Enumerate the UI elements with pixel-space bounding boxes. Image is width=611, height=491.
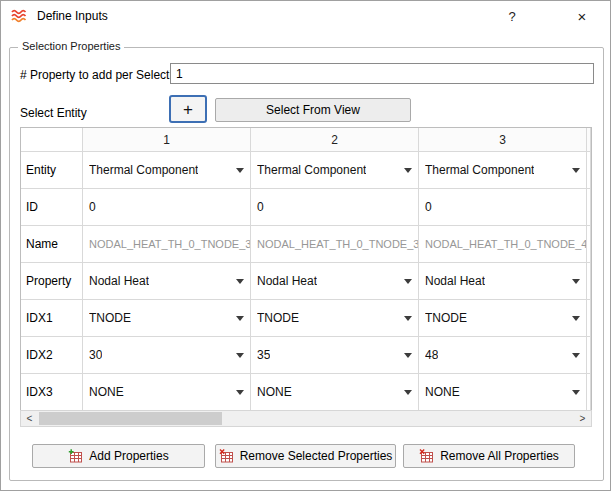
idx2-combo-2[interactable]: 35: [251, 337, 419, 374]
scroll-right-arrow[interactable]: >: [574, 411, 591, 426]
help-button[interactable]: ?: [490, 1, 534, 31]
chevron-down-icon: [236, 279, 244, 284]
property-combo-1[interactable]: Nodal Heat: [83, 263, 251, 300]
partial-cell: [587, 189, 591, 226]
titlebar: Define Inputs ? ×: [1, 1, 610, 31]
row-label-property: Property: [21, 263, 83, 300]
id-cell-3[interactable]: 0: [419, 189, 587, 226]
close-button[interactable]: ×: [560, 1, 604, 31]
idx3-combo-3[interactable]: NONE: [419, 374, 587, 411]
scrollbar-thumb[interactable]: [39, 412, 222, 425]
idx3-combo-1[interactable]: NONE: [83, 374, 251, 411]
combo-value: Thermal Component: [257, 163, 366, 177]
table-remove-icon: [419, 449, 434, 463]
chevron-down-icon: [572, 168, 580, 173]
button-label: Remove Selected Properties: [240, 449, 393, 463]
row-label-name: Name: [21, 226, 83, 263]
table-remove-icon: [219, 449, 234, 463]
chevron-down-icon: [404, 279, 412, 284]
name-cell-3[interactable]: NODAL_HEAT_TH_0_TNODE_4: [419, 226, 587, 263]
combo-value: TNODE: [257, 311, 299, 325]
row-label-id: ID: [21, 189, 83, 226]
combo-value: TNODE: [89, 311, 131, 325]
table-plus-icon: [68, 449, 83, 463]
combo-value: 35: [257, 348, 270, 362]
row-label-entity: Entity: [21, 152, 83, 189]
combo-value: Thermal Component: [89, 163, 198, 177]
idx2-combo-3[interactable]: 48: [419, 337, 587, 374]
column-header-2[interactable]: 2: [251, 128, 419, 152]
entity-combo-2[interactable]: Thermal Component: [251, 152, 419, 189]
chevron-down-icon: [404, 316, 412, 321]
corner-cell: [21, 128, 83, 152]
app-icon: [11, 9, 29, 23]
chevron-down-icon: [236, 316, 244, 321]
partial-cell: [587, 226, 591, 263]
combo-value: Thermal Component: [425, 163, 534, 177]
chevron-down-icon: [572, 279, 580, 284]
id-cell-2[interactable]: 0: [251, 189, 419, 226]
entity-combo-3[interactable]: Thermal Component: [419, 152, 587, 189]
combo-value: 30: [89, 348, 102, 362]
define-inputs-dialog: Define Inputs ? × Selection Properties #…: [0, 0, 611, 491]
chevron-down-icon: [572, 316, 580, 321]
column-header-partial: [587, 128, 591, 152]
window-title: Define Inputs: [37, 9, 108, 23]
combo-value: 48: [425, 348, 438, 362]
combo-value: Nodal Heat: [425, 274, 485, 288]
chevron-down-icon: [404, 353, 412, 358]
scroll-left-arrow[interactable]: <: [21, 411, 38, 426]
idx1-combo-2[interactable]: TNODE: [251, 300, 419, 337]
partial-cell: [587, 374, 591, 411]
add-entity-button[interactable]: +: [169, 95, 207, 123]
combo-value: NONE: [425, 385, 460, 399]
chevron-down-icon: [572, 353, 580, 358]
remove-all-properties-button[interactable]: Remove All Properties: [403, 444, 575, 468]
selection-properties-group: Selection Properties # Property to add p…: [9, 47, 604, 481]
property-count-label: # Property to add per Selection: [20, 68, 185, 82]
chevron-down-icon: [404, 390, 412, 395]
property-combo-2[interactable]: Nodal Heat: [251, 263, 419, 300]
chevron-down-icon: [572, 390, 580, 395]
remove-selected-properties-button[interactable]: Remove Selected Properties: [215, 444, 396, 468]
chevron-down-icon: [404, 168, 412, 173]
button-label: Remove All Properties: [440, 449, 559, 463]
idx1-combo-3[interactable]: TNODE: [419, 300, 587, 337]
select-entity-label: Select Entity: [20, 106, 87, 120]
property-combo-3[interactable]: Nodal Heat: [419, 263, 587, 300]
partial-cell: [587, 152, 591, 189]
id-cell-1[interactable]: 0: [83, 189, 251, 226]
combo-value: Nodal Heat: [257, 274, 317, 288]
partial-cell: [587, 300, 591, 337]
group-title: Selection Properties: [18, 40, 124, 52]
chevron-down-icon: [236, 353, 244, 358]
chevron-down-icon: [236, 168, 244, 173]
button-label: Add Properties: [89, 449, 168, 463]
column-header-1[interactable]: 1: [83, 128, 251, 152]
name-cell-1[interactable]: NODAL_HEAT_TH_0_TNODE_30: [83, 226, 251, 263]
partial-cell: [587, 263, 591, 300]
chevron-down-icon: [236, 390, 244, 395]
combo-value: NONE: [257, 385, 292, 399]
select-from-view-button[interactable]: Select From View: [215, 98, 411, 122]
name-cell-2[interactable]: NODAL_HEAT_TH_0_TNODE_35: [251, 226, 419, 263]
property-count-input[interactable]: [170, 63, 594, 84]
add-properties-button[interactable]: Add Properties: [32, 444, 205, 468]
idx1-combo-1[interactable]: TNODE: [83, 300, 251, 337]
horizontal-scrollbar[interactable]: < >: [20, 410, 592, 427]
idx3-combo-2[interactable]: NONE: [251, 374, 419, 411]
entity-combo-1[interactable]: Thermal Component: [83, 152, 251, 189]
partial-cell: [587, 337, 591, 374]
row-label-idx3: IDX3: [21, 374, 83, 411]
row-label-idx1: IDX1: [21, 300, 83, 337]
combo-value: NONE: [89, 385, 124, 399]
column-header-3[interactable]: 3: [419, 128, 587, 152]
combo-value: Nodal Heat: [89, 274, 149, 288]
combo-value: TNODE: [425, 311, 467, 325]
idx2-combo-1[interactable]: 30: [83, 337, 251, 374]
row-label-idx2: IDX2: [21, 337, 83, 374]
properties-table: 1 2 3 Entity Thermal Component Thermal C…: [20, 127, 592, 412]
